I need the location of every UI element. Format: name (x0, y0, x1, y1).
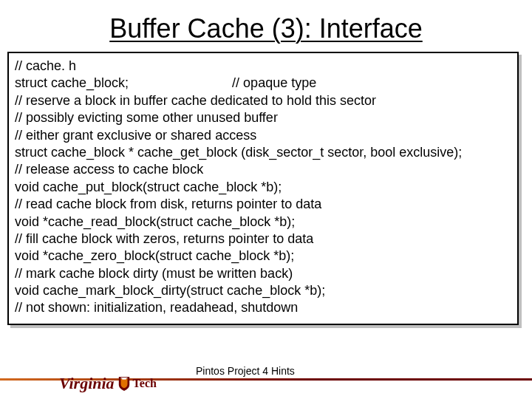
code-box: // cache. h struct cache_block; // opaqu… (7, 52, 519, 325)
code-box-shadow: // cache. h struct cache_block; // opaqu… (10, 55, 522, 328)
vt-logo: Virginia Tech (59, 374, 157, 393)
code-line: // possibly evicting some other unused b… (15, 109, 511, 126)
code-line: // not shown: initialization, readahead,… (15, 299, 511, 316)
code-line: void *cache_zero_block(struct cache_bloc… (15, 248, 511, 265)
code-line: // fill cache block with zeros, returns … (15, 231, 511, 248)
code-line: struct cache_block; // opaque type (15, 75, 511, 92)
code-line: void cache_mark_block_dirty(struct cache… (15, 282, 511, 299)
code-line: void *cache_read_block(struct cache_bloc… (15, 214, 511, 231)
code-line: // read cache block from disk, returns p… (15, 196, 511, 213)
code-line: // reserve a block in buffer cache dedic… (15, 92, 511, 109)
code-line: void cache_put_block(struct cache_block … (15, 179, 511, 196)
code-text: struct cache_block; (15, 75, 129, 90)
logo-text-virginia: Virginia (59, 374, 115, 393)
slide-title: Buffer Cache (3): Interface (0, 0, 532, 44)
footer-text: Pintos Project 4 Hints (196, 365, 295, 377)
logo-shield-wrap (117, 375, 131, 392)
shield-icon (117, 375, 131, 392)
code-spacing (129, 75, 232, 90)
code-line: // mark cache block dirty (must be writt… (15, 265, 511, 282)
code-text: // opaque type (232, 75, 316, 90)
svg-rect-1 (120, 378, 127, 378)
code-line: // either grant exclusive or shared acce… (15, 127, 511, 144)
slide: Buffer Cache (3): Interface // cache. h … (0, 0, 532, 399)
logo-text-tech: Tech (133, 377, 157, 390)
code-line: // cache. h (15, 58, 511, 75)
code-line: struct cache_block * cache_get_block (di… (15, 144, 511, 161)
footer: Virginia Tech Pintos Project 4 Hints (0, 347, 532, 399)
code-line: // release access to cache block (15, 161, 511, 178)
